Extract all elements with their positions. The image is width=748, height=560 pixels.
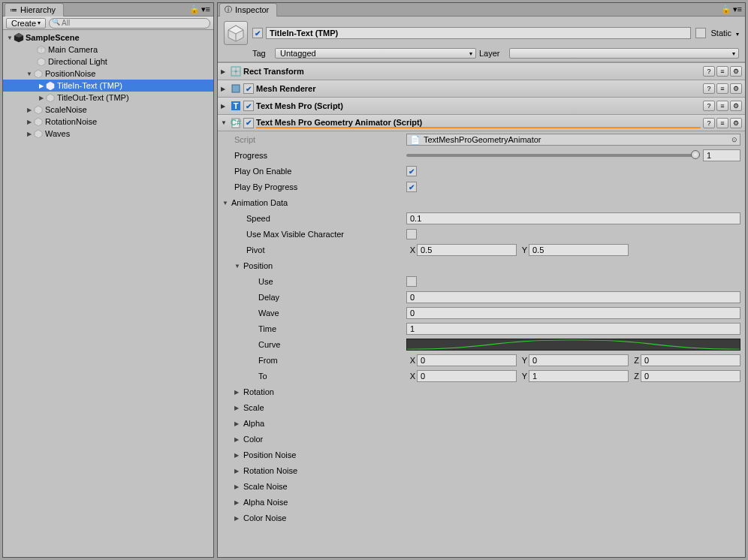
foldout-icon[interactable]: ▶ [221,103,228,110]
foldout-icon[interactable]: ▶ [26,107,33,113]
search-input[interactable] [49,18,210,29]
foldout-icon[interactable]: ▶ [221,86,228,92]
delay-input[interactable] [406,291,740,303]
foldout-icon[interactable]: ▶ [38,95,45,101]
foldout-icon[interactable]: ▼ [6,35,14,41]
play-on-enable-checkbox[interactable] [406,166,417,176]
axis-x-label: X [406,245,415,254]
tree-item[interactable]: Main Camera [3,44,213,56]
animation-data-label: Animation Data [231,198,288,207]
tab-menu-icon[interactable]: ▾≡ [733,5,742,14]
curve-field[interactable] [406,339,740,351]
foldout-icon[interactable]: ▶ [234,452,243,459]
component-title: Text Mesh Pro (Script) [256,101,701,110]
hierarchy-tab[interactable]: ≔ Hierarchy [5,3,64,17]
foldout-icon[interactable]: ▼ [234,263,243,269]
gear-icon[interactable]: ⚙ [730,66,742,77]
rect-transform-icon [231,66,241,77]
help-button[interactable]: ? [703,83,715,94]
help-button[interactable]: ? [703,66,715,77]
foldout-icon[interactable]: ▶ [234,436,243,443]
component-enable-checkbox[interactable] [243,83,254,94]
speed-input[interactable] [406,212,740,224]
gear-icon[interactable]: ⚙ [730,101,742,111]
tree-item[interactable]: ▶ TitleOut-Text (TMP) [3,92,213,104]
foldout-icon[interactable]: ▶ [221,68,228,75]
preset-button[interactable]: ≡ [716,101,728,111]
foldout-icon[interactable]: ▶ [26,119,33,125]
inspector-tab-label: Inspector [235,5,269,14]
foldout-icon[interactable]: ▶ [234,405,243,411]
progress-value-input[interactable] [703,149,740,161]
preset-button[interactable]: ≡ [716,66,728,77]
script-field[interactable]: 📄TextMeshProGeometryAnimator [406,134,740,146]
foldout-icon[interactable]: ▼ [222,200,231,206]
progress-slider[interactable] [406,154,700,157]
from-x-input[interactable] [417,354,517,366]
gear-icon[interactable]: ⚙ [730,118,742,128]
component-enable-checkbox[interactable] [243,101,254,111]
preset-button[interactable]: ≡ [716,118,728,128]
gear-icon[interactable]: ⚙ [730,83,742,94]
speed-label: Speed [246,214,270,223]
foldout-icon[interactable]: ▶ [234,420,243,427]
color-label: Color [243,435,263,444]
tree-item[interactable]: ▶ RotationNoise [3,116,213,128]
pivot-y-input[interactable] [529,244,629,256]
tree-item-selected[interactable]: ▶ TitleIn-Text (TMP) [3,80,213,92]
static-checkbox[interactable] [695,28,706,38]
help-button[interactable]: ? [703,101,715,111]
alpha-label: Alpha [243,419,264,428]
wave-input[interactable] [406,307,740,319]
svg-text:C#: C# [231,118,241,127]
pivot-label: Pivot [246,245,264,254]
static-dropdown-icon[interactable] [736,29,739,38]
preset-button[interactable]: ≡ [716,83,728,94]
gameobject-active-checkbox[interactable] [252,28,263,38]
inspector-panel: ⓘ Inspector 🔒 ▾≡ Static [217,2,746,558]
foldout-icon[interactable]: ▶ [26,131,33,137]
play-by-progress-checkbox[interactable] [406,182,417,192]
inspector-tab[interactable]: ⓘ Inspector [219,3,277,17]
lock-icon[interactable]: 🔒 [189,5,200,14]
tree-item[interactable]: ▶ Waves [3,128,213,140]
tab-menu-icon[interactable]: ▾≡ [201,5,210,14]
to-z-input[interactable] [641,370,740,382]
foldout-icon[interactable]: ▶ [234,468,243,474]
geometry-animator-component: ▼ C# Text Mesh Pro Geometry Animator (Sc… [218,114,745,529]
foldout-icon[interactable]: ▼ [221,119,228,126]
foldout-icon[interactable]: ▶ [234,515,243,522]
time-label: Time [258,324,276,333]
gameobject-name-input[interactable] [266,27,691,39]
component-enable-checkbox[interactable] [243,118,254,128]
hierarchy-tree: ▼ SampleScene Main Camera Directional Li… [3,30,213,557]
tree-item[interactable]: ▶ ScaleNoise [3,104,213,116]
scene-row[interactable]: ▼ SampleScene [3,32,213,44]
to-y-input[interactable] [529,370,629,382]
foldout-icon[interactable]: ▶ [234,389,243,396]
tree-item[interactable]: Directional Light [3,56,213,68]
foldout-icon[interactable]: ▶ [38,83,45,89]
foldout-icon[interactable]: ▶ [234,499,243,506]
use-max-visible-checkbox[interactable] [406,229,417,239]
time-input[interactable] [406,323,740,335]
position-noise-label: Position Noise [243,450,296,459]
gameobject-icon-large[interactable] [224,21,248,45]
create-button[interactable]: Create [6,18,46,29]
help-button[interactable]: ? [703,118,715,128]
pivot-x-input[interactable] [417,244,517,256]
position-use-checkbox[interactable] [406,276,417,287]
tree-item[interactable]: ▼ PositionNoise [3,68,213,80]
foldout-icon[interactable]: ▼ [26,71,33,77]
inspector-tabbar: ⓘ Inspector 🔒 ▾≡ [218,3,745,17]
from-y-input[interactable] [529,354,629,366]
to-x-input[interactable] [417,370,517,382]
slider-thumb[interactable] [691,150,700,159]
lock-icon[interactable]: 🔒 [721,5,731,14]
tag-dropdown[interactable]: Untagged [275,48,476,59]
foldout-icon[interactable]: ▶ [234,483,243,490]
static-label: Static [710,29,731,38]
from-z-input[interactable] [641,354,740,366]
layer-dropdown[interactable] [509,48,739,59]
gameobject-icon [45,92,56,103]
